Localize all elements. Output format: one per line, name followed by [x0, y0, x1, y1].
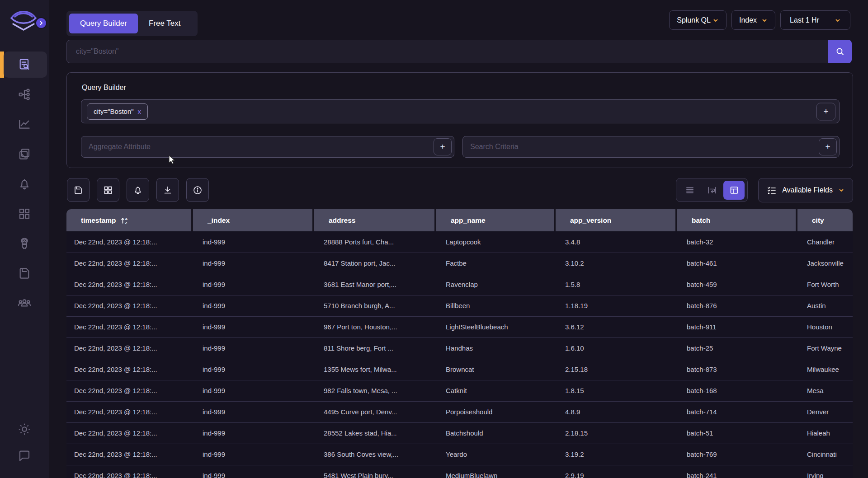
available-fields-dropdown[interactable]: Available Fields	[758, 178, 853, 202]
table-row[interactable]: Dec 22nd, 2023 @ 12:18:... ind-999 28552…	[66, 422, 853, 444]
cell-timestamp: Dec 22nd, 2023 @ 12:18:...	[66, 316, 192, 337]
add-filter-button[interactable]: +	[816, 103, 835, 120]
column-header-batch[interactable]: batch	[676, 209, 797, 231]
cell-city: Irving	[797, 465, 853, 478]
cell-address: 3681 East Manor port,...	[313, 274, 435, 295]
widgets-button[interactable]	[97, 178, 119, 202]
sidebar-item-alerts[interactable]	[0, 171, 49, 197]
column-header-city[interactable]: city	[797, 209, 853, 231]
search-input[interactable]	[66, 40, 828, 63]
time-range-dropdown[interactable]: Last 1 Hr	[780, 10, 850, 30]
cell-city: Fort Worth	[797, 274, 853, 295]
search-button[interactable]	[828, 40, 852, 63]
table-row[interactable]: Dec 22nd, 2023 @ 12:18:... ind-999 3681 …	[66, 274, 853, 295]
column-header-address[interactable]: address	[313, 209, 435, 231]
download-icon	[162, 185, 173, 196]
cell-city: Denver	[797, 401, 853, 422]
list-view-toggle[interactable]	[679, 181, 700, 200]
cell-app-name: Porpoiseshould	[435, 401, 555, 422]
cell-city: Hialeah	[797, 422, 853, 444]
cell-city: Cincinnati	[797, 444, 853, 465]
save-icon	[73, 185, 84, 196]
sidebar-item-analytics-chart[interactable]	[0, 111, 49, 137]
sidebar-item-terminal[interactable]	[0, 141, 49, 167]
cell-timestamp: Dec 22nd, 2023 @ 12:18:...	[66, 401, 192, 422]
query-language-dropdown[interactable]: Splunk QL	[669, 10, 726, 30]
table-row[interactable]: Dec 22nd, 2023 @ 12:18:... ind-999 4495 …	[66, 401, 853, 422]
table-row[interactable]: Dec 22nd, 2023 @ 12:18:... ind-999 8417 …	[66, 253, 853, 274]
cell-index: ind-999	[192, 337, 313, 359]
cell-app-name: LightSteelBluebeach	[435, 316, 555, 337]
aggregate-attribute-input[interactable]	[81, 136, 454, 158]
table-row[interactable]: Dec 22nd, 2023 @ 12:18:... ind-999 982 F…	[66, 380, 853, 401]
cell-app-version: 3.4.8	[555, 231, 676, 253]
app-logo-icon	[9, 7, 38, 33]
sidebar-item-chat[interactable]	[0, 448, 49, 463]
alert-button[interactable]	[127, 178, 149, 202]
cell-city: Chandler	[797, 231, 853, 253]
sidebar-item-user-groups[interactable]	[0, 290, 49, 316]
sidebar-item-log-search[interactable]	[0, 52, 49, 78]
column-header-index[interactable]: _index	[192, 209, 313, 231]
bell-icon	[132, 185, 143, 196]
cell-index: ind-999	[192, 422, 313, 444]
table-view-toggle[interactable]	[723, 181, 745, 200]
cell-index: ind-999	[192, 316, 313, 337]
available-fields-label: Available Fields	[782, 186, 833, 194]
query-chips-row[interactable]: city="Boston" x +	[81, 99, 840, 123]
search-bar	[66, 40, 852, 63]
grid-icon	[17, 206, 32, 221]
column-header-app-name[interactable]: app_name	[435, 209, 555, 231]
column-header-timestamp[interactable]: timestamp A Z	[66, 209, 192, 231]
cell-address: 8417 Station port, Jac...	[313, 253, 435, 274]
table-row[interactable]: Dec 22nd, 2023 @ 12:18:... ind-999 811 S…	[66, 337, 853, 359]
table-row[interactable]: Dec 22nd, 2023 @ 12:18:... ind-999 386 S…	[66, 444, 853, 465]
column-header-app-version[interactable]: app_version	[555, 209, 676, 231]
sidebar-item-topology[interactable]	[0, 81, 49, 108]
table-icon	[729, 185, 740, 196]
cell-city: Fort Wayne	[797, 337, 853, 359]
tab-free-text[interactable]: Free Text	[138, 14, 192, 33]
sidebar-expand-button[interactable]	[35, 17, 47, 29]
table-body: Dec 22nd, 2023 @ 12:18:... ind-999 28888…	[66, 231, 853, 478]
index-dropdown[interactable]: Index	[731, 10, 775, 30]
cell-address: 1355 Mews fort, Milwa...	[313, 359, 435, 380]
add-criteria-button[interactable]: +	[819, 138, 837, 155]
sidebar-item-dashboards[interactable]	[0, 201, 49, 227]
table-row[interactable]: Dec 22nd, 2023 @ 12:18:... ind-999 967 P…	[66, 316, 853, 337]
chevron-down-icon	[838, 187, 844, 193]
query-language-label: Splunk QL	[677, 16, 711, 24]
cell-app-name: Billbeen	[435, 295, 555, 316]
cell-address: 4495 Curve port, Denv...	[313, 401, 435, 422]
sidebar-item-bot-assistant[interactable]	[0, 230, 49, 257]
table-row[interactable]: Dec 22nd, 2023 @ 12:18:... ind-999 5481 …	[66, 465, 853, 478]
cell-app-name: Batchshould	[435, 422, 555, 444]
chevron-down-icon	[712, 17, 719, 23]
save-search-button[interactable]	[67, 178, 90, 202]
cell-address: 967 Port ton, Houston,...	[313, 316, 435, 337]
wrap-text-icon	[707, 185, 717, 196]
wrap-text-toggle[interactable]	[701, 181, 722, 200]
cell-index: ind-999	[192, 274, 313, 295]
cell-timestamp: Dec 22nd, 2023 @ 12:18:...	[66, 253, 192, 274]
sort-alpha-asc-icon: A Z	[120, 216, 129, 225]
add-aggregate-button[interactable]: +	[434, 138, 452, 155]
chevron-down-icon	[761, 17, 768, 23]
users-icon	[17, 295, 32, 311]
topology-icon	[17, 87, 32, 102]
query-chip[interactable]: city="Boston" x	[87, 103, 148, 120]
list-icon	[684, 185, 695, 196]
download-button[interactable]	[156, 178, 179, 202]
sidebar-item-saved[interactable]	[0, 260, 49, 286]
table-row[interactable]: Dec 22nd, 2023 @ 12:18:... ind-999 5710 …	[66, 295, 853, 316]
cell-timestamp: Dec 22nd, 2023 @ 12:18:...	[66, 295, 192, 316]
sidebar-item-theme[interactable]	[0, 422, 49, 436]
cell-app-name: Factbe	[435, 253, 555, 274]
chip-remove-icon[interactable]: x	[138, 108, 142, 115]
info-button[interactable]	[186, 178, 209, 202]
cell-city: Milwaukee	[797, 359, 853, 380]
search-criteria-input[interactable]	[462, 136, 840, 158]
table-row[interactable]: Dec 22nd, 2023 @ 12:18:... ind-999 28888…	[66, 231, 853, 253]
tab-query-builder[interactable]: Query Builder	[69, 14, 138, 33]
table-row[interactable]: Dec 22nd, 2023 @ 12:18:... ind-999 1355 …	[66, 359, 853, 380]
